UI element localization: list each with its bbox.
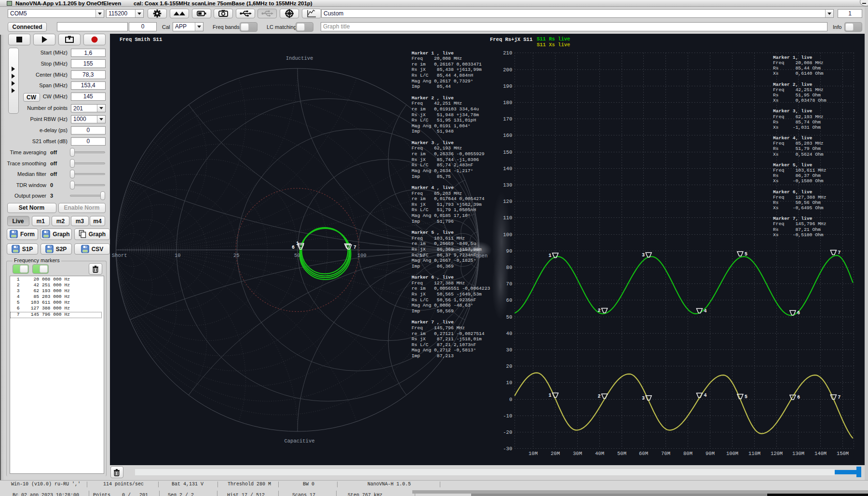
svg-text:100: 100 <box>357 253 366 258</box>
svg-text:50: 50 <box>506 314 513 320</box>
svg-text:100: 100 <box>503 232 512 238</box>
svg-text:S11 Rs live: S11 Rs live <box>537 36 570 42</box>
svg-text:110M: 110M <box>748 451 760 456</box>
svg-text:Freq Rs+jX S11: Freq Rs+jX S11 <box>490 37 532 42</box>
svg-text:60: 60 <box>506 297 513 303</box>
svg-text:1: 1 <box>296 241 299 246</box>
svg-text:30M: 30M <box>573 451 582 456</box>
svg-text:80: 80 <box>506 265 513 270</box>
svg-text:20: 20 <box>506 363 513 369</box>
svg-text:2: 2 <box>598 308 601 313</box>
svg-text:-30: -30 <box>503 446 512 452</box>
svg-text:200: 200 <box>503 67 512 73</box>
svg-text:5: 5 <box>745 252 747 257</box>
svg-text:2: 2 <box>598 394 601 399</box>
svg-text:50: 50 <box>294 253 300 258</box>
svg-text:Inductive: Inductive <box>286 55 313 61</box>
svg-text:4: 4 <box>704 308 707 314</box>
svg-text:5: 5 <box>745 394 747 400</box>
svg-text:25: 25 <box>233 253 240 258</box>
svg-text:120: 120 <box>503 199 512 204</box>
svg-text:10: 10 <box>175 253 181 258</box>
svg-text:3: 3 <box>642 253 645 258</box>
svg-text:90M: 90M <box>705 451 715 456</box>
svg-text:7: 7 <box>838 250 841 255</box>
svg-text:S11 Xs live: S11 Xs live <box>537 42 570 48</box>
svg-text:Capacitive: Capacitive <box>284 438 314 444</box>
svg-text:150M: 150M <box>837 451 849 456</box>
svg-text:190: 190 <box>503 83 512 89</box>
svg-text:30: 30 <box>506 347 513 353</box>
svg-text:4: 4 <box>704 393 707 398</box>
svg-text:100M: 100M <box>726 451 738 456</box>
svg-text:0: 0 <box>509 397 512 402</box>
svg-text:140: 140 <box>503 166 512 172</box>
svg-text:60M: 60M <box>639 451 648 456</box>
svg-text:110: 110 <box>503 215 512 221</box>
svg-text:-20: -20 <box>503 429 512 435</box>
svg-text:80M: 80M <box>683 451 692 456</box>
svg-text:Short: Short <box>112 253 127 258</box>
svg-text:70: 70 <box>506 281 513 287</box>
svg-text:210: 210 <box>503 50 512 56</box>
svg-text:40M: 40M <box>595 451 604 456</box>
svg-text:150: 150 <box>503 149 512 155</box>
svg-text:6: 6 <box>797 310 800 316</box>
svg-text:6: 6 <box>797 395 800 400</box>
svg-text:1: 1 <box>549 393 552 398</box>
svg-text:7: 7 <box>353 245 356 250</box>
svg-text:50M: 50M <box>617 451 626 456</box>
svg-text:6: 6 <box>292 245 295 250</box>
svg-text:130: 130 <box>503 182 512 188</box>
svg-text:120M: 120M <box>771 451 783 456</box>
svg-text:130M: 130M <box>792 451 804 456</box>
svg-text:180: 180 <box>503 100 512 106</box>
svg-text:70M: 70M <box>661 451 670 456</box>
svg-text:90: 90 <box>506 248 513 254</box>
svg-text:10: 10 <box>506 380 513 386</box>
svg-text:Freq Smith S11: Freq Smith S11 <box>120 37 162 42</box>
svg-text:20M: 20M <box>551 451 560 456</box>
svg-text:140M: 140M <box>814 451 827 456</box>
svg-text:3: 3 <box>642 396 645 401</box>
svg-text:170: 170 <box>503 116 512 122</box>
svg-text:10M: 10M <box>529 451 538 456</box>
svg-text:7: 7 <box>838 395 841 400</box>
svg-text:-10: -10 <box>503 413 512 419</box>
svg-text:160: 160 <box>503 133 512 138</box>
svg-text:40: 40 <box>506 331 513 336</box>
svg-text:1: 1 <box>549 253 552 258</box>
